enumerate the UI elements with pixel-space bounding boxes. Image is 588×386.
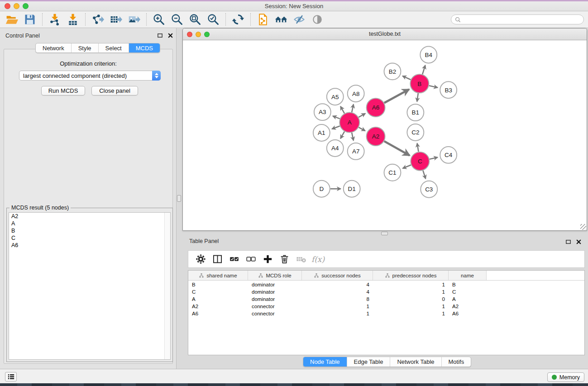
edge-C-C3[interactable] xyxy=(423,171,425,179)
edge-A-A6[interactable] xyxy=(359,114,365,118)
cell-shared-name[interactable]: C xyxy=(188,289,248,295)
graph-node-A2[interactable]: A2 xyxy=(367,127,385,146)
table-row[interactable]: Bdominator41B xyxy=(188,281,584,288)
zoom-out-icon[interactable] xyxy=(168,12,186,27)
create-column-icon[interactable] xyxy=(261,253,275,266)
column-header-mcds-role[interactable]: MCDS role xyxy=(248,271,302,280)
cell-predecessor-nodes[interactable]: 1 xyxy=(373,282,449,287)
edge-B-B3[interactable] xyxy=(429,86,438,87)
split-columns-icon[interactable] xyxy=(210,253,225,266)
edge-A-A2[interactable] xyxy=(359,127,365,131)
tab-select[interactable]: Select xyxy=(98,43,129,52)
edge-A6-B[interactable] xyxy=(384,89,409,103)
graph-node-B1[interactable]: B1 xyxy=(407,104,424,121)
zoom-in-icon[interactable] xyxy=(150,12,168,27)
graph-node-C2[interactable]: C2 xyxy=(407,124,424,141)
cell-successor-nodes[interactable]: 8 xyxy=(302,296,373,302)
tab-mcds[interactable]: MCDS xyxy=(129,43,160,52)
result-item[interactable]: A xyxy=(9,220,170,227)
cell-predecessor-nodes[interactable]: 1 xyxy=(373,311,449,316)
refresh-icon[interactable] xyxy=(229,12,247,27)
cell-successor-nodes[interactable]: 4 xyxy=(302,289,373,295)
result-item[interactable]: B xyxy=(9,227,170,234)
graph-node-B2[interactable]: B2 xyxy=(384,63,401,80)
export-table-icon[interactable] xyxy=(107,12,125,27)
graph-node-A7[interactable]: A7 xyxy=(348,143,364,160)
float-panel-icon[interactable] xyxy=(565,238,571,245)
settings-icon[interactable] xyxy=(194,253,208,266)
column-header-name[interactable]: name xyxy=(449,271,487,280)
horizontal-divider-grip[interactable] xyxy=(381,232,388,235)
close-panel-icon[interactable] xyxy=(575,238,582,245)
edge-A-A7[interactable] xyxy=(352,133,354,141)
memory-button[interactable]: Memory xyxy=(547,372,584,382)
edge-A-A3[interactable] xyxy=(333,116,340,119)
edge-B-B4[interactable] xyxy=(422,65,425,74)
cell-mcds-role[interactable]: dominator xyxy=(248,282,302,287)
tab-network-table[interactable]: Network Table xyxy=(390,357,441,367)
float-panel-icon[interactable] xyxy=(157,32,163,38)
graph-node-B3[interactable]: B3 xyxy=(440,81,457,98)
window-resize-grip[interactable] xyxy=(580,224,586,230)
result-item[interactable]: A6 xyxy=(9,242,170,249)
graph-node-B4[interactable]: B4 xyxy=(420,46,437,63)
save-icon[interactable] xyxy=(21,12,39,27)
tab-network[interactable]: Network xyxy=(36,43,71,52)
show-all-icon[interactable] xyxy=(308,12,326,27)
graph-node-A4[interactable]: A4 xyxy=(327,140,344,157)
cell-name[interactable]: B xyxy=(449,282,487,287)
edge-C-C1[interactable] xyxy=(403,165,411,168)
tab-node-table[interactable]: Node Table xyxy=(303,357,347,367)
edge-B-B1[interactable] xyxy=(417,93,418,101)
edge-A-A8[interactable] xyxy=(352,105,354,113)
criterion-dropdown[interactable]: largest connected component (directed) xyxy=(19,71,161,81)
edge-A-A5[interactable] xyxy=(340,106,344,114)
edge-C-C2[interactable] xyxy=(417,143,419,152)
cell-shared-name[interactable]: A xyxy=(188,296,248,302)
hide-all-columns-icon[interactable] xyxy=(244,253,258,266)
close-panel-button[interactable]: Close panel xyxy=(91,86,138,95)
cell-mcds-role[interactable]: dominator xyxy=(248,296,302,302)
run-mcds-button[interactable]: Run MCDS xyxy=(41,86,85,95)
result-item[interactable]: C xyxy=(9,234,170,242)
cell-predecessor-nodes[interactable]: 1 xyxy=(373,304,449,309)
search-input[interactable] xyxy=(451,14,584,24)
export-network-icon[interactable] xyxy=(89,12,107,27)
cell-successor-nodes[interactable]: 1 xyxy=(302,304,373,309)
edge-A-A4[interactable] xyxy=(340,132,344,139)
zoom-fit-icon[interactable] xyxy=(186,12,204,27)
tab-edge-table[interactable]: Edge Table xyxy=(347,357,390,367)
table-row[interactable]: A2connector11A2 xyxy=(188,303,584,310)
result-item[interactable]: A2 xyxy=(9,213,170,220)
export-image-icon[interactable] xyxy=(125,12,143,27)
edge-B-B2[interactable] xyxy=(402,76,411,80)
cell-successor-nodes[interactable]: 1 xyxy=(302,311,373,316)
graph-node-D[interactable]: D xyxy=(313,181,330,197)
edge-A-A1[interactable] xyxy=(332,126,339,129)
import-table-icon[interactable] xyxy=(64,12,82,27)
hide-selected-icon[interactable] xyxy=(290,12,308,27)
graph-node-A3[interactable]: A3 xyxy=(314,104,331,120)
cell-successor-nodes[interactable]: 4 xyxy=(302,282,373,287)
graph-node-A[interactable]: A xyxy=(339,113,359,133)
import-network-icon[interactable] xyxy=(46,12,64,27)
column-header-successor-nodes[interactable]: successor nodes xyxy=(302,271,373,280)
graph-node-C1[interactable]: C1 xyxy=(384,164,401,181)
cell-shared-name[interactable]: A2 xyxy=(188,304,248,309)
column-header-predecessor-nodes[interactable]: predecessor nodes xyxy=(373,271,449,280)
vertical-divider-grip[interactable] xyxy=(177,195,181,202)
open-icon[interactable] xyxy=(3,12,21,27)
tab-motifs[interactable]: Motifs xyxy=(441,357,471,367)
show-all-columns-icon[interactable] xyxy=(227,253,241,266)
cell-name[interactable]: A2 xyxy=(449,304,487,309)
graph-node-A8[interactable]: A8 xyxy=(348,85,364,102)
close-panel-icon[interactable] xyxy=(167,32,173,38)
graph-node-C4[interactable]: C4 xyxy=(440,147,457,163)
edge-C-C4[interactable] xyxy=(430,157,438,159)
zoom-selected-icon[interactable] xyxy=(204,12,222,27)
first-neighbors-icon[interactable] xyxy=(272,12,290,27)
network-canvas[interactable]: AA1A2A3A4A5A6A7A8BB1B2B3B4CC1C2C3C4DD1 xyxy=(183,40,587,230)
cell-name[interactable]: A xyxy=(449,296,487,302)
result-list-scrollbar[interactable] xyxy=(164,213,170,359)
graph-node-A6[interactable]: A6 xyxy=(367,98,385,117)
